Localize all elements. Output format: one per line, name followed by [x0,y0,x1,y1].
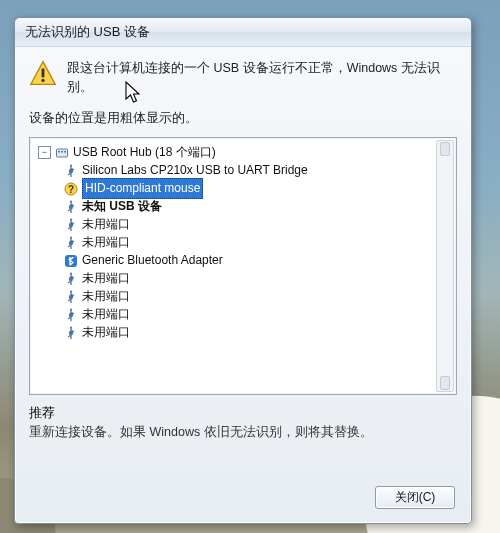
tree-item-label: Silicon Labs CP210x USB to UART Bridge [82,161,308,180]
usb-icon [64,326,78,340]
recommendation-section: 推荐 重新连接设备。如果 Windows 依旧无法识别，则将其替换。 [29,405,457,441]
svg-rect-5 [61,151,63,153]
svg-marker-21 [70,290,73,292]
tree-root-label: USB Root Hub (18 个端口) [73,143,216,162]
usb-hub-icon [55,146,69,160]
desktop-background: 无法识别的 USB 设备 跟这台计算机连接的一个 USB 设备运行不正常，Win… [0,0,500,533]
tree-item[interactable]: 未用端口 [34,234,432,252]
usb-icon [64,218,78,232]
dialog-body: 跟这台计算机连接的一个 USB 设备运行不正常，Windows 无法识别。 设备… [15,47,471,451]
tree-item-label: 未用端口 [82,215,130,234]
usb-icon [64,164,78,178]
tree-item[interactable]: 未用端口 [34,324,432,342]
warning-icon [29,59,57,87]
close-button[interactable]: 关闭(C) [375,486,455,509]
tree-item-label: 未知 USB 设备 [82,197,162,216]
question-icon: ? [64,182,78,196]
alert-row: 跟这台计算机连接的一个 USB 设备运行不正常，Windows 无法识别。 [29,59,457,98]
tree-item-label: HID-compliant mouse [82,178,203,199]
location-hint: 设备的位置是用粗体显示的。 [29,110,457,127]
tree-item-label: 未用端口 [82,305,130,324]
svg-marker-19 [70,272,73,274]
dialog-title: 无法识别的 USB 设备 [25,23,150,41]
tree-item[interactable]: Generic Bluetooth Adapter [34,252,432,270]
svg-text:?: ? [68,183,74,194]
usb-unrecognized-dialog: 无法识别的 USB 设备 跟这台计算机连接的一个 USB 设备运行不正常，Win… [14,17,472,524]
svg-marker-8 [70,164,73,166]
recommendation-title: 推荐 [29,405,457,422]
usb-icon [64,290,78,304]
svg-rect-4 [58,151,60,153]
tree-item-label: 未用端口 [82,323,130,342]
svg-marker-14 [70,218,73,220]
tree-item[interactable]: 未知 USB 设备 [34,198,432,216]
tree-root-row[interactable]: −USB Root Hub (18 个端口) [34,144,432,162]
svg-rect-3 [57,149,68,157]
svg-rect-1 [42,69,45,78]
tree-item[interactable]: ?HID-compliant mouse [34,180,432,198]
usb-icon [64,236,78,250]
usb-icon [64,200,78,214]
device-tree[interactable]: −USB Root Hub (18 个端口)Silicon Labs CP210… [34,144,432,342]
svg-point-2 [41,79,44,82]
tree-item[interactable]: 未用端口 [34,288,432,306]
usb-icon [64,308,78,322]
device-tree-panel: −USB Root Hub (18 个端口)Silicon Labs CP210… [29,137,457,395]
tree-item[interactable]: 未用端口 [34,270,432,288]
collapse-icon[interactable]: − [38,146,51,159]
svg-marker-23 [70,308,73,310]
alert-text: 跟这台计算机连接的一个 USB 设备运行不正常，Windows 无法识别。 [67,59,457,98]
svg-marker-25 [70,326,73,328]
svg-rect-6 [64,151,66,153]
dialog-button-row: 关闭(C) [375,486,455,509]
svg-marker-12 [70,200,73,202]
recommendation-body: 重新连接设备。如果 Windows 依旧无法识别，则将其替换。 [29,424,457,441]
tree-item[interactable]: Silicon Labs CP210x USB to UART Bridge [34,162,432,180]
tree-item-label: 未用端口 [82,269,130,288]
bluetooth-icon [64,254,78,268]
dialog-titlebar[interactable]: 无法识别的 USB 设备 [15,18,471,47]
svg-marker-16 [70,236,73,238]
tree-item-label: 未用端口 [82,233,130,252]
tree-item-label: Generic Bluetooth Adapter [82,251,223,270]
tree-item[interactable]: 未用端口 [34,216,432,234]
tree-item[interactable]: 未用端口 [34,306,432,324]
usb-icon [64,272,78,286]
scrollbar[interactable] [436,140,454,392]
tree-item-label: 未用端口 [82,287,130,306]
